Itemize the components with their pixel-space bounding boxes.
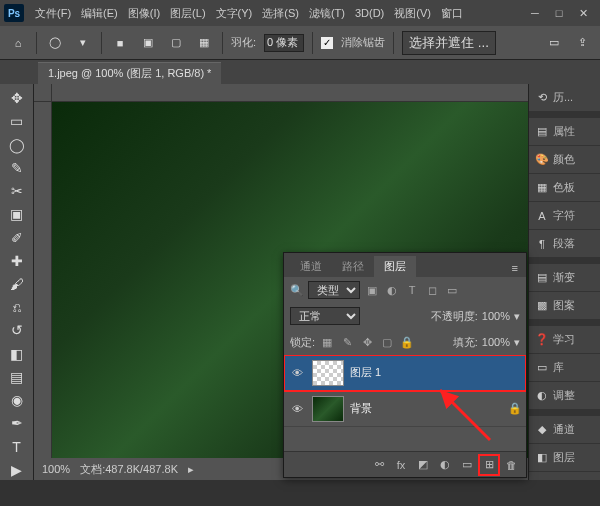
new-layer-icon[interactable]: ⊞ bbox=[480, 456, 498, 474]
window-close[interactable]: ✕ bbox=[576, 7, 590, 20]
panel-gradient[interactable]: 渐变 bbox=[553, 270, 575, 285]
panel-properties[interactable]: 属性 bbox=[553, 124, 575, 139]
ruler-horizontal[interactable] bbox=[52, 84, 528, 102]
layer-thumbnail[interactable] bbox=[312, 360, 344, 386]
window-maximize[interactable]: □ bbox=[552, 7, 566, 20]
eraser-tool[interactable]: ◧ bbox=[5, 344, 29, 364]
clone-tool[interactable]: ⎌ bbox=[5, 297, 29, 317]
panel-paragraph[interactable]: 段落 bbox=[553, 236, 575, 251]
brush-tool[interactable]: 🖌 bbox=[5, 274, 29, 294]
window-minimize[interactable]: ─ bbox=[528, 7, 542, 20]
panel-toggle-icon[interactable]: ▭ bbox=[544, 33, 564, 53]
type-tool[interactable]: T bbox=[5, 437, 29, 457]
home-icon[interactable]: ⌂ bbox=[8, 33, 28, 53]
fill-value[interactable]: 100% bbox=[482, 336, 510, 348]
character-icon[interactable]: A bbox=[535, 209, 549, 223]
panel-swatches[interactable]: 色板 bbox=[553, 180, 575, 195]
properties-icon[interactable]: ▤ bbox=[535, 125, 549, 139]
panel-learn[interactable]: 学习 bbox=[553, 332, 575, 347]
chevron-down-icon[interactable]: ▾ bbox=[73, 33, 93, 53]
panel-layers[interactable]: 图层 bbox=[553, 450, 575, 465]
gradient-icon[interactable]: ▤ bbox=[535, 271, 549, 285]
menu-3d[interactable]: 3D(D) bbox=[350, 7, 389, 19]
filter-image-icon[interactable]: ▣ bbox=[364, 282, 380, 298]
menu-select[interactable]: 选择(S) bbox=[257, 6, 304, 21]
menu-window[interactable]: 窗口 bbox=[436, 6, 468, 21]
layer-filter-select[interactable]: 类型 bbox=[308, 281, 360, 299]
history-brush-tool[interactable]: ↺ bbox=[5, 320, 29, 340]
chevron-down-icon[interactable]: ▾ bbox=[514, 336, 520, 349]
layer-row[interactable]: 👁 图层 1 bbox=[284, 355, 526, 391]
layers-icon[interactable]: ◧ bbox=[535, 451, 549, 465]
panel-channels[interactable]: 通道 bbox=[553, 422, 575, 437]
channels-icon[interactable]: ◆ bbox=[535, 423, 549, 437]
lock-artboard-icon[interactable]: ▢ bbox=[379, 334, 395, 350]
pattern-icon[interactable]: ▩ bbox=[535, 299, 549, 313]
filter-smart-icon[interactable]: ▭ bbox=[444, 282, 460, 298]
move-tool[interactable]: ✥ bbox=[5, 88, 29, 108]
pen-tool[interactable]: ✒ bbox=[5, 413, 29, 433]
selection-add-icon[interactable]: ▣ bbox=[138, 33, 158, 53]
share-icon[interactable]: ⇪ bbox=[572, 33, 592, 53]
document-tab[interactable]: 1.jpeg @ 100% (图层 1, RGB/8) * bbox=[38, 62, 221, 84]
chevron-right-icon[interactable]: ▸ bbox=[188, 463, 194, 476]
opacity-value[interactable]: 100% bbox=[482, 310, 510, 322]
menu-type[interactable]: 文字(Y) bbox=[211, 6, 258, 21]
blur-tool[interactable]: ◉ bbox=[5, 390, 29, 410]
lasso-tool[interactable]: ◯ bbox=[5, 134, 29, 154]
chevron-down-icon[interactable]: ▾ bbox=[514, 310, 520, 323]
lock-position-icon[interactable]: ✥ bbox=[359, 334, 375, 350]
select-and-mask-button[interactable]: 选择并遮住 ... bbox=[402, 31, 496, 55]
libraries-icon[interactable]: ▭ bbox=[535, 361, 549, 375]
delete-layer-icon[interactable]: 🗑 bbox=[502, 456, 520, 474]
lock-all-icon[interactable]: 🔒 bbox=[399, 334, 415, 350]
layer-row[interactable]: 👁 背景 🔒 bbox=[284, 391, 526, 427]
swatches-icon[interactable]: ▦ bbox=[535, 181, 549, 195]
feather-input[interactable] bbox=[264, 34, 304, 52]
layer-thumbnail[interactable] bbox=[312, 396, 344, 422]
antialias-checkbox[interactable]: ✓ bbox=[321, 37, 333, 49]
visibility-toggle-icon[interactable]: 👁 bbox=[288, 367, 306, 379]
marquee-tool[interactable]: ▭ bbox=[5, 111, 29, 131]
visibility-toggle-icon[interactable]: 👁 bbox=[288, 403, 306, 415]
blend-mode-select[interactable]: 正常 bbox=[290, 307, 360, 325]
eyedropper-tool[interactable]: ✐ bbox=[5, 227, 29, 247]
filter-adjust-icon[interactable]: ◐ bbox=[384, 282, 400, 298]
lock-transparent-icon[interactable]: ▦ bbox=[319, 334, 335, 350]
layer-name[interactable]: 图层 1 bbox=[350, 365, 522, 380]
crop-tool[interactable]: ✂ bbox=[5, 181, 29, 201]
tab-layers[interactable]: 图层 bbox=[374, 256, 416, 277]
layer-mask-icon[interactable]: ◩ bbox=[414, 456, 432, 474]
tab-channels[interactable]: 通道 bbox=[290, 256, 332, 277]
layer-name[interactable]: 背景 bbox=[350, 401, 502, 416]
layer-group-icon[interactable]: ▭ bbox=[458, 456, 476, 474]
panel-libraries[interactable]: 库 bbox=[553, 360, 564, 375]
menu-filter[interactable]: 滤镜(T) bbox=[304, 6, 350, 21]
adjustments-icon[interactable]: ◐ bbox=[535, 389, 549, 403]
menu-file[interactable]: 文件(F) bbox=[30, 6, 76, 21]
path-select-tool[interactable]: ▶ bbox=[5, 460, 29, 480]
panel-character[interactable]: 字符 bbox=[553, 208, 575, 223]
adjustment-layer-icon[interactable]: ◐ bbox=[436, 456, 454, 474]
panel-color[interactable]: 颜色 bbox=[553, 152, 575, 167]
healing-tool[interactable]: ✚ bbox=[5, 251, 29, 271]
menu-view[interactable]: 视图(V) bbox=[389, 6, 436, 21]
ruler-vertical[interactable] bbox=[34, 102, 52, 458]
filter-type-icon[interactable]: T bbox=[404, 282, 420, 298]
search-icon[interactable]: 🔍 bbox=[290, 284, 304, 297]
selection-new-icon[interactable]: ■ bbox=[110, 33, 130, 53]
layer-effects-icon[interactable]: fx bbox=[392, 456, 410, 474]
color-icon[interactable]: 🎨 bbox=[535, 153, 549, 167]
zoom-level[interactable]: 100% bbox=[42, 463, 70, 475]
link-layers-icon[interactable]: ⚯ bbox=[370, 456, 388, 474]
panel-pattern[interactable]: 图案 bbox=[553, 298, 575, 313]
tab-paths[interactable]: 路径 bbox=[332, 256, 374, 277]
menu-image[interactable]: 图像(I) bbox=[123, 6, 165, 21]
quick-select-tool[interactable]: ✎ bbox=[5, 158, 29, 178]
panel-history[interactable]: 历... bbox=[553, 90, 573, 105]
panel-adjustments[interactable]: 调整 bbox=[553, 388, 575, 403]
learn-icon[interactable]: ❓ bbox=[535, 333, 549, 347]
lasso-tool-icon[interactable]: ◯ bbox=[45, 33, 65, 53]
menu-layer[interactable]: 图层(L) bbox=[165, 6, 210, 21]
history-icon[interactable]: ⟲ bbox=[535, 91, 549, 105]
